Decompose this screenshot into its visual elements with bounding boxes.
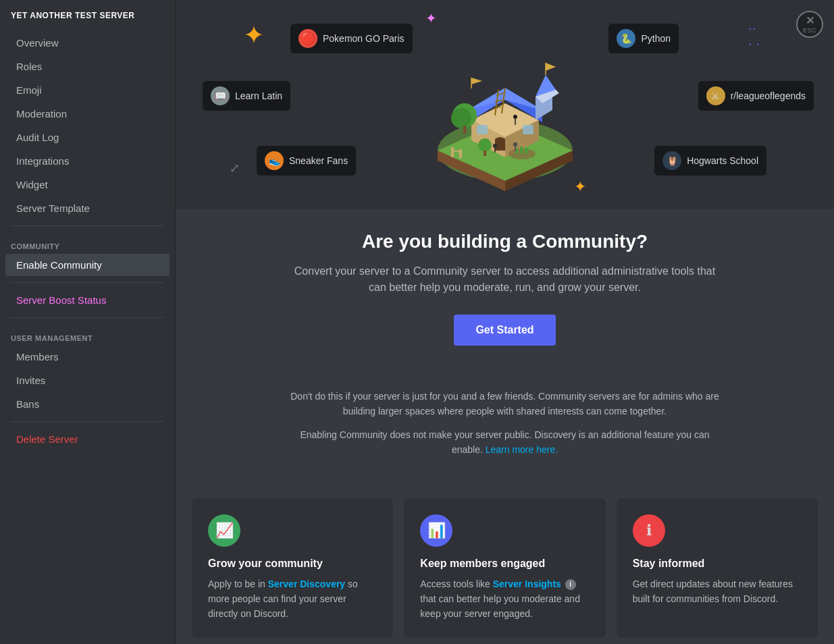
esc-label: ESC (803, 27, 816, 34)
info-icon: ℹ (646, 522, 652, 539)
main-subtitle: Convert your server to a Community serve… (289, 263, 721, 296)
feature-card-grow: 📈 Grow your community Apply to be in Ser… (192, 498, 393, 638)
badge-pokemon-icon: 🔴 (298, 29, 317, 48)
sidebar: Yet Another Test Server Overview Roles E… (0, 0, 176, 644)
svg-rect-17 (459, 149, 462, 158)
svg-rect-4 (477, 125, 488, 134)
sidebar-divider-user-mgmt (11, 317, 164, 318)
trending-up-icon: 📈 (215, 522, 234, 539)
feature-card-informed-text: Get direct updates about new features bu… (633, 576, 802, 607)
sidebar-item-server-template[interactable]: Server Template (5, 197, 170, 219)
sidebar-item-widget[interactable]: Widget (5, 173, 170, 196)
badge-python: 🐍 Python (608, 24, 679, 53)
badge-sneaker: 👟 Sneaker Fans (257, 146, 356, 176)
main-heading: Are you building a Community? (203, 231, 807, 252)
informed-icon: ℹ (633, 514, 665, 547)
feature-card-engage: 📊 Keep members engaged Access tools like… (404, 498, 605, 638)
sidebar-item-overview[interactable]: Overview (5, 32, 170, 54)
badge-learn-latin-icon: 📖 (211, 86, 230, 105)
svg-rect-21 (520, 146, 523, 153)
svg-rect-13 (463, 126, 466, 134)
svg-point-12 (451, 108, 471, 128)
sidebar-item-delete-server[interactable]: Delete Server (5, 428, 170, 450)
sidebar-divider-danger (11, 421, 164, 422)
iso-house-illustration (417, 16, 593, 194)
star-yellow-icon: ✦ (243, 20, 265, 50)
sidebar-item-bans[interactable]: Bans (5, 393, 170, 415)
learn-more-link[interactable]: Learn more here. (486, 444, 558, 455)
svg-rect-15 (484, 151, 486, 156)
svg-rect-22 (525, 148, 527, 153)
sidebar-item-moderation[interactable]: Moderation (5, 103, 170, 125)
sidebar-item-enable-community[interactable]: Enable Community (5, 254, 170, 276)
user-management-section-label: User Management (0, 323, 175, 345)
chart-icon: 📊 (427, 522, 446, 539)
sidebar-item-server-boost[interactable]: Server Boost Status (5, 289, 170, 311)
badge-lol: ⚔ r/leagueoflegends (698, 81, 814, 111)
svg-marker-3 (546, 63, 556, 71)
esc-button[interactable]: ✕ ESC (796, 11, 823, 38)
sidebar-item-integrations[interactable]: Integrations (5, 150, 170, 172)
hero-section: ✦ ✦ ✦ ·· · · ⤢ 🔴 Pokemon GO Paris 🐍 Pyth… (176, 0, 834, 209)
info-paragraph-2: Enabling Community does not make your se… (289, 427, 721, 458)
get-started-button[interactable]: Get Started (454, 315, 555, 346)
main-content: ✕ ESC ✦ ✦ ✦ ·· · · ⤢ 🔴 Pokemon GO Paris … (176, 0, 834, 644)
content-section: Are you building a Community? Convert yo… (176, 209, 834, 389)
server-name: Yet Another Test Server (0, 11, 175, 31)
svg-rect-16 (451, 147, 454, 157)
sidebar-divider-community (11, 225, 164, 226)
svg-rect-5 (523, 125, 533, 134)
grow-icon: 📈 (208, 514, 240, 547)
badge-lol-icon: ⚔ (706, 86, 725, 105)
badge-hogwarts: 🦉 Hogwarts School (654, 146, 766, 176)
expand-icon: ⤢ (230, 161, 240, 176)
info-circle-icon: i (565, 579, 576, 590)
sidebar-divider-boost (11, 282, 164, 283)
svg-point-27 (513, 115, 517, 119)
badge-hogwarts-icon: 🦉 (662, 151, 681, 170)
svg-marker-30 (471, 78, 482, 84)
svg-point-14 (478, 138, 492, 152)
feature-card-grow-title: Grow your community (208, 558, 377, 570)
sidebar-item-invites[interactable]: Invites (5, 369, 170, 392)
info-text: Don't do this if your server is just for… (262, 389, 748, 482)
sidebar-item-members[interactable]: Members (5, 346, 170, 368)
engage-icon: 📊 (420, 514, 452, 547)
close-icon: ✕ (806, 16, 814, 26)
feature-card-engage-text: Access tools like Server Insights i that… (420, 576, 589, 622)
sidebar-item-roles[interactable]: Roles (5, 55, 170, 78)
sidebar-item-emoji[interactable]: Emoji (5, 79, 170, 101)
info-paragraph-1: Don't do this if your server is just for… (289, 389, 721, 419)
dots-decoration: ·· · · (748, 20, 760, 51)
badge-sneaker-icon: 👟 (265, 151, 284, 170)
badge-python-icon: 🐍 (617, 29, 635, 48)
feature-cards: 📈 Grow your community Apply to be in Ser… (176, 482, 834, 644)
community-section-label: Community (0, 232, 175, 253)
feature-card-engage-title: Keep members engaged (420, 558, 589, 570)
badge-learn-latin: 📖 Learn Latin (203, 81, 290, 111)
svg-point-25 (513, 142, 517, 146)
feature-card-informed-title: Stay informed (633, 558, 802, 570)
sidebar-item-audit-log[interactable]: Audit Log (5, 126, 170, 149)
svg-point-23 (493, 144, 497, 148)
badge-pokemon: 🔴 Pokemon GO Paris (290, 24, 413, 53)
feature-card-grow-text: Apply to be in Server Discovery so more … (208, 576, 377, 622)
feature-card-informed: ℹ Stay informed Get direct updates about… (617, 498, 818, 638)
